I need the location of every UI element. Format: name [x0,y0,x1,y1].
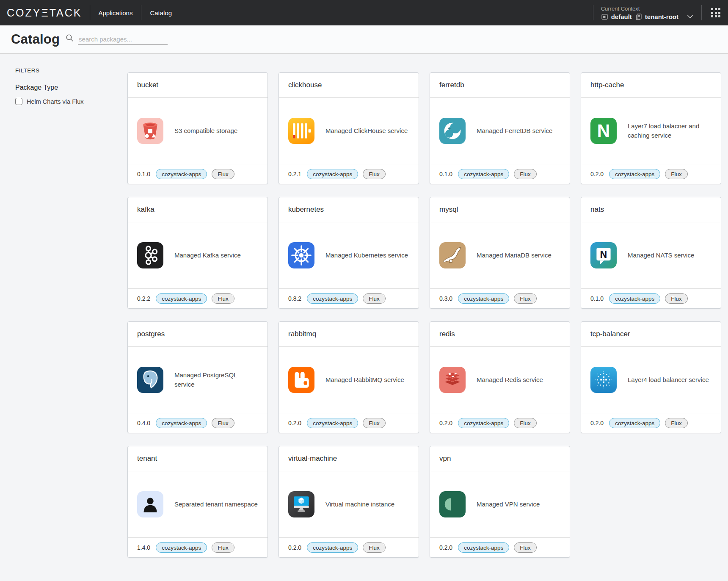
package-card-body: Managed Redis service [430,347,570,413]
package-card-footer: 0.8.2 cozystack-appsFlux [279,288,419,308]
badge-flux: Flux [665,293,688,304]
package-card-body: S3 compatible storage [128,98,267,164]
package-name: redis [439,330,455,338]
package-card[interactable]: tenant Separated tenant namespace 1.4.0 … [127,446,268,558]
package-card-header: http-cache [581,73,721,98]
package-card-footer: 0.2.2 cozystack-appsFlux [128,288,267,308]
cozystack-logo[interactable]: COZYΞTACK [7,7,82,19]
package-card[interactable]: postgres Managed PostgreSQL service 0.4.… [127,321,268,433]
filters-panel: FILTERS Package Type Helm Charts via Flu… [15,65,127,558]
badge-flux: Flux [514,293,537,304]
divider [701,5,702,20]
package-card-body: Managed VPN service [430,471,570,537]
package-card[interactable]: rabbitmq Managed RabbitMQ service 0.2.0 … [279,321,419,433]
package-version: 0.4.0 [137,420,150,426]
content-area: FILTERS Package Type Helm Charts via Flu… [0,54,728,558]
context-cluster: default [611,13,632,20]
redis-icon [439,367,466,393]
chevron-down-icon[interactable] [687,15,693,19]
filter-option-label: Helm Charts via Flux [27,98,84,105]
divider [90,5,90,20]
package-name: tenant [137,454,157,462]
package-card[interactable]: ferretdb Managed FerretDB service 0.1.0 … [430,72,570,184]
search-input[interactable] [78,34,168,45]
badge-flux: Flux [514,418,537,428]
package-version: 0.2.0 [439,544,452,551]
package-version: 0.2.0 [590,420,604,426]
package-card[interactable]: nats N Managed NATS service 0.1.0 cozyst… [581,197,721,309]
divider [141,5,141,20]
package-name: kubernetes [288,205,324,213]
rabbitmq-icon [288,367,314,393]
package-card-body: Managed Kubernetes service [279,222,419,288]
package-card-footer: 0.1.0 cozystack-appsFlux [128,164,267,184]
package-card[interactable]: vpn Managed VPN service 0.2.0 cozystack-… [430,446,570,558]
package-name: postgres [137,330,165,338]
current-context-selector[interactable]: Current Context default tenant-root [601,6,693,20]
package-version: 0.2.0 [288,420,301,426]
package-name: bucket [137,81,158,89]
package-card-body: Virtual machine instance [279,471,419,537]
badge-flux: Flux [212,418,234,428]
package-card-footer: 0.4.0 cozystack-appsFlux [128,413,267,433]
package-card[interactable]: mysql Managed MariaDB service 0.3.0 cozy… [430,197,570,309]
package-card[interactable]: virtual-machine Virtual machine instance… [279,446,419,558]
nav-applications[interactable]: Applications [98,8,134,18]
package-card-body: Managed PostgreSQL service [128,347,267,413]
package-grid: bucket S3 compatible storage 0.1.0 cozys… [127,72,721,558]
package-version: 0.2.0 [288,544,301,551]
ferretdb-icon [439,118,466,144]
badge-flux: Flux [363,293,386,304]
package-name: nats [590,205,604,213]
package-description: Managed FerretDB service [477,126,552,136]
namespace-doc-icon [635,13,642,20]
package-description: Managed RabbitMQ service [325,375,404,385]
package-card[interactable]: tcp-balancer Layer4 load balancer servic… [581,321,721,433]
package-version: 0.1.0 [137,171,150,177]
nats-icon: N [590,242,617,268]
package-card[interactable]: http-cache N Layer7 load balacner and ca… [581,72,721,184]
badge-flux: Flux [212,542,234,553]
package-card[interactable]: kubernetes Managed Kubernetes service 0.… [279,197,419,309]
package-name: mysql [439,205,458,213]
package-card[interactable]: clickhouse Managed ClickHouse service 0.… [279,72,419,184]
package-card-header: bucket [128,73,267,98]
package-version: 0.1.0 [439,171,452,177]
package-version: 0.2.0 [439,420,452,426]
package-card-footer: 0.2.0 cozystack-appsFlux [581,164,721,184]
clickhouse-icon [288,118,314,144]
package-card-body: N Layer7 load balacner and caching servi… [581,98,721,164]
package-card-footer: 0.1.0 cozystack-appsFlux [430,164,570,184]
bucket-icon [137,118,163,144]
badge-cozystack-apps: cozystack-apps [307,542,358,553]
package-description: Layer7 load balacner and caching service [628,122,711,140]
search-icon [66,34,74,42]
package-card-header: tenant [128,446,267,471]
context-tenant: tenant-root [645,13,678,20]
package-card-header: kubernetes [279,197,419,222]
package-card-body: Managed FerretDB service [430,98,570,164]
package-card[interactable]: redis Managed Redis service 0.2.0 cozyst… [430,321,570,433]
badge-cozystack-apps: cozystack-apps [156,542,207,553]
package-description: Managed Kafka service [174,251,241,260]
package-card[interactable]: bucket S3 compatible storage 0.1.0 cozys… [127,72,268,184]
package-card-body: Managed MariaDB service [430,222,570,288]
package-card[interactable]: kafka Managed Kafka service 0.2.2 cozyst… [127,197,268,309]
package-description: Managed MariaDB service [477,251,552,260]
package-card-body: N Managed NATS service [581,222,721,288]
postgres-icon [137,367,163,393]
divider [593,5,593,20]
filter-option-helm-charts[interactable]: Helm Charts via Flux [15,98,127,105]
helm-charts-checkbox[interactable] [15,98,22,105]
package-name: tcp-balancer [590,330,630,338]
tcp-balancer-icon [590,367,617,393]
badge-cozystack-apps: cozystack-apps [307,418,358,428]
app-grid-icon[interactable] [711,8,720,17]
package-description: Managed PostgreSQL service [174,371,258,389]
package-card-header: mysql [430,197,570,222]
package-card-header: postgres [128,322,267,347]
package-version: 0.2.0 [590,171,604,177]
badge-cozystack-apps: cozystack-apps [156,293,207,304]
nav-catalog[interactable]: Catalog [149,8,173,18]
package-card-header: virtual-machine [279,446,419,471]
